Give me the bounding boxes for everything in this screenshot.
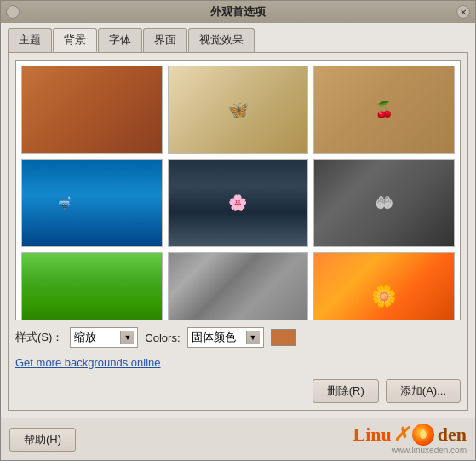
style-select[interactable]: 缩放 ▼ — [70, 327, 138, 348]
tab-visual[interactable]: 视觉效果 — [188, 28, 255, 52]
thumbnail-5[interactable] — [168, 159, 309, 248]
logo-domain: www.linuxeden.com — [392, 446, 467, 455]
tab-theme[interactable]: 主题 — [8, 28, 52, 52]
controls-row: 样式(S)： 缩放 ▼ Colors: 固体颜色 ▼ — [15, 320, 461, 351]
tab-content-background: 样式(S)： 缩放 ▼ Colors: 固体颜色 ▼ Get more back… — [8, 52, 468, 411]
color-swatch[interactable] — [271, 329, 296, 346]
delete-button[interactable]: 删除(R) — [313, 379, 379, 403]
color-dropdown-arrow: ▼ — [246, 331, 260, 344]
logo-area: Linu ✗ den www.linuxeden.com — [353, 424, 467, 455]
thumbnail-7[interactable] — [21, 252, 163, 320]
get-backgrounds-link[interactable]: Get more backgrounds online — [15, 356, 161, 369]
tab-bar: 主题 背景 字体 界面 视觉效果 — [1, 23, 475, 52]
logo-x: ✗ — [393, 424, 409, 446]
style-dropdown-arrow: ▼ — [120, 331, 134, 344]
buttons-row: 删除(R) 添加(A)... — [15, 374, 461, 403]
thumbnail-1[interactable] — [21, 66, 163, 154]
tab-font[interactable]: 字体 — [98, 28, 142, 52]
style-label: 样式(S)： — [15, 330, 63, 345]
colors-label: Colors: — [145, 331, 180, 344]
bottom-bar: 帮助(H) Linu ✗ den www.linuxeden.com — [1, 418, 475, 460]
tab-background[interactable]: 背景 — [53, 28, 97, 52]
gallery-scroll[interactable] — [16, 61, 460, 320]
gallery-container — [15, 60, 461, 320]
logo-icon — [412, 424, 434, 446]
colors-value: 固体颜色 — [192, 330, 246, 345]
title-bar: 外观首选项 ✕ — [1, 1, 475, 23]
window-title: 外观首选项 — [210, 4, 266, 20]
logo-brand: den — [438, 424, 467, 446]
thumbnail-4[interactable] — [21, 159, 163, 248]
app-window: 外观首选项 ✕ 主题 背景 字体 界面 视觉效果 — [0, 0, 476, 461]
title-bar-buttons — [6, 5, 20, 19]
minimize-button[interactable] — [6, 5, 20, 19]
link-row: Get more backgrounds online — [15, 351, 461, 374]
color-select[interactable]: 固体颜色 ▼ — [187, 327, 264, 348]
thumbnail-2[interactable] — [168, 66, 309, 154]
gallery-grid — [21, 66, 455, 320]
action-buttons: 删除(R) 添加(A)... — [313, 379, 461, 403]
logo-text: Linu — [353, 424, 391, 446]
close-icon: ✕ — [460, 8, 467, 17]
help-button[interactable]: 帮助(H) — [9, 428, 76, 452]
thumbnail-8[interactable] — [168, 252, 309, 320]
close-button[interactable]: ✕ — [456, 5, 470, 19]
add-button[interactable]: 添加(A)... — [386, 379, 461, 403]
thumbnail-6[interactable] — [313, 159, 455, 248]
thumbnail-3[interactable] — [313, 66, 455, 154]
tab-interface[interactable]: 界面 — [143, 28, 187, 52]
style-value: 缩放 — [74, 330, 120, 345]
thumbnail-9[interactable] — [313, 252, 455, 320]
